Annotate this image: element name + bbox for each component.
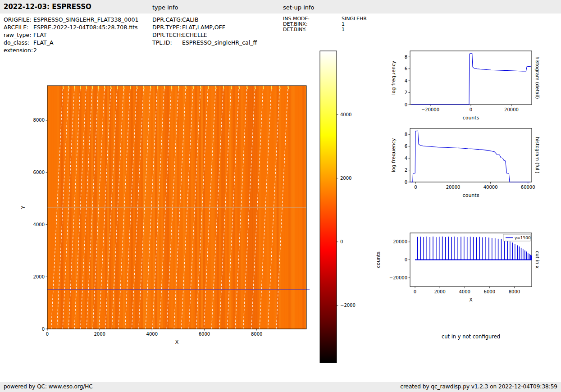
svg-text:4: 4 xyxy=(405,78,407,83)
footer-bar: powered by QC: www.eso.org/HC created by… xyxy=(0,382,561,392)
svg-text:6000: 6000 xyxy=(484,289,495,294)
svg-text:20000: 20000 xyxy=(446,185,461,190)
svg-text:4000: 4000 xyxy=(340,112,351,117)
svg-text:2000: 2000 xyxy=(434,289,445,294)
svg-text:−2000: −2000 xyxy=(340,303,356,308)
svg-text:4000: 4000 xyxy=(33,222,45,227)
svg-text:2: 2 xyxy=(405,168,407,173)
svg-text:0: 0 xyxy=(46,332,49,337)
cut-y-message: cut in y not configured xyxy=(403,333,538,340)
svg-text:2000: 2000 xyxy=(94,332,105,337)
footer-created: created by qc_rawdisp.py v1.2.3 on 2022-… xyxy=(400,383,557,390)
svg-text:0: 0 xyxy=(405,180,407,185)
svg-text:histogram (full): histogram (full) xyxy=(535,137,540,173)
svg-text:2000: 2000 xyxy=(33,274,45,279)
footer-credit: powered by QC: www.eso.org/HC xyxy=(4,383,93,390)
svg-text:0: 0 xyxy=(42,327,45,332)
svg-text:y=1500: y=1500 xyxy=(515,236,531,240)
svg-text:2000: 2000 xyxy=(340,176,351,181)
svg-text:6: 6 xyxy=(405,144,407,149)
svg-text:log frequency: log frequency xyxy=(391,60,397,95)
svg-text:0: 0 xyxy=(340,239,343,244)
svg-text:counts: counts xyxy=(375,251,381,268)
svg-text:counts: counts xyxy=(463,192,479,198)
svg-text:8: 8 xyxy=(405,55,407,59)
svg-text:counts: counts xyxy=(463,115,479,121)
colorbar: 400020000−2000 xyxy=(320,51,356,363)
svg-text:Y: Y xyxy=(20,205,26,209)
svg-text:X: X xyxy=(175,339,179,345)
svg-text:8000: 8000 xyxy=(33,118,45,123)
cut-in-x-plot: 02000400060008000−20000020000Xcountscut … xyxy=(375,233,540,303)
svg-text:8000: 8000 xyxy=(509,289,520,294)
svg-text:60000: 60000 xyxy=(521,185,535,190)
svg-text:6000: 6000 xyxy=(199,332,210,337)
svg-text:−20000: −20000 xyxy=(389,275,407,280)
svg-text:0: 0 xyxy=(405,102,407,107)
svg-text:6000: 6000 xyxy=(33,170,45,175)
svg-text:histogram (detail): histogram (detail) xyxy=(535,56,540,99)
svg-text:8000: 8000 xyxy=(251,332,262,337)
svg-text:0: 0 xyxy=(405,257,407,262)
svg-text:X: X xyxy=(469,297,473,303)
svg-text:0: 0 xyxy=(414,185,417,190)
svg-text:4: 4 xyxy=(405,156,407,161)
qc-report-page: 2022-12-03: ESPRESSO type info set-up in… xyxy=(0,0,561,392)
svg-text:2: 2 xyxy=(405,90,407,95)
svg-text:−20000: −20000 xyxy=(421,107,439,112)
svg-text:0: 0 xyxy=(470,107,472,112)
svg-text:20000: 20000 xyxy=(504,107,519,112)
svg-text:8: 8 xyxy=(405,132,407,137)
histogram-detail-plot: −2000002000002468countslog frequencyhist… xyxy=(391,51,540,121)
svg-text:4000: 4000 xyxy=(146,332,158,337)
svg-text:4000: 4000 xyxy=(459,289,470,294)
svg-text:0: 0 xyxy=(414,289,416,294)
svg-text:cut in x: cut in x xyxy=(535,251,540,269)
svg-text:log frequency: log frequency xyxy=(391,138,397,172)
svg-text:6: 6 xyxy=(405,66,407,71)
legend: y=1500 xyxy=(503,234,531,241)
main-image-plot: 0200040006000800002000400060008000XY xyxy=(20,86,310,345)
svg-text:20000: 20000 xyxy=(393,239,407,244)
svg-text:40000: 40000 xyxy=(483,185,498,190)
histogram-full-plot: 020000400006000002468countslog frequency… xyxy=(391,128,540,198)
